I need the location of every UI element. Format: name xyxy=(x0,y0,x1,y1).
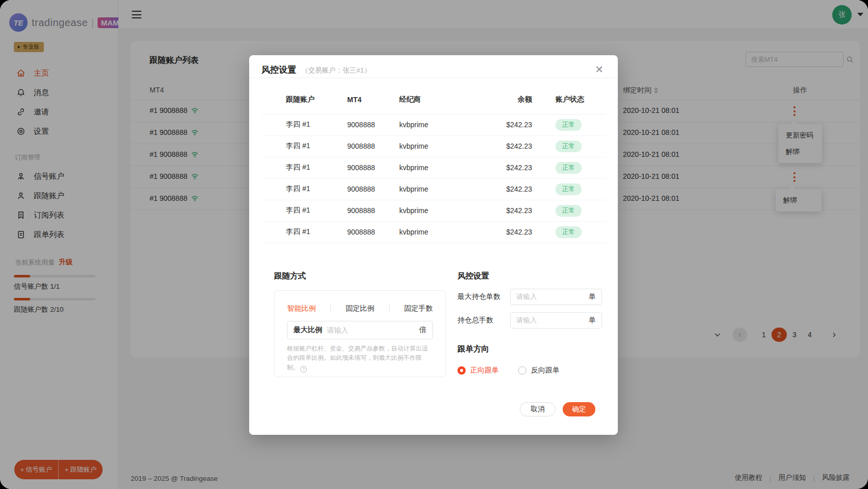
field-suffix: 单 xyxy=(589,292,596,301)
field-label: 最大比例 xyxy=(294,325,322,335)
risk-settings-modal: 风控设置 （交易账户：张三#1） ✕ 跟随账户 MT4 经纪商 余额 账户状态 … xyxy=(249,55,618,435)
follow-mode-hint: 根据账户杠杆、资金、交易产品参数，自动计算出适合的跟单比例。如此项未填写，则最大… xyxy=(287,344,433,373)
follower-cell: 李四 #1 xyxy=(282,221,339,243)
radio-label: 反向跟单 xyxy=(531,366,560,375)
mt4-cell: 9008888 xyxy=(339,178,399,200)
mt4-cell: 9008888 xyxy=(339,221,399,243)
column-header-mt4: MT4 xyxy=(339,85,399,114)
follower-table: 跟随账户 MT4 经纪商 余额 账户状态 李四 #1 9008888 kvbpr… xyxy=(261,85,606,243)
broker-cell: kvbprime xyxy=(399,200,476,221)
field-suffix: 倍 xyxy=(419,325,426,335)
max-ratio-field: 最大比例 倍 xyxy=(287,321,433,339)
mt4-cell: 9008888 xyxy=(339,157,399,178)
direction-options: 正向跟单 反向跟单 xyxy=(457,366,602,375)
balance-cell: $242.23 xyxy=(476,178,532,200)
close-icon[interactable]: ✕ xyxy=(591,62,608,77)
max-ratio-input[interactable] xyxy=(327,326,419,334)
risk-control-section: 风控设置 最大持仓单数 单 持仓总手数 单 跟单方向 xyxy=(457,271,602,377)
hint-text: 根据账户杠杆、资金、交易产品参数，自动计算出适合的跟单比例。如此项未填写，则最大… xyxy=(287,345,428,371)
follow-mode-section: 跟随方式 智能比例 固定比例 固定手数 最大比例 倍 根据账户杠杆、资金、交 xyxy=(274,271,446,377)
mt4-cell: 9008888 xyxy=(339,114,399,135)
section-title: 跟随方式 xyxy=(274,271,446,282)
mt4-cell: 9008888 xyxy=(339,200,399,221)
follower-cell: 李四 #1 xyxy=(282,178,339,200)
status-badge: 正常 xyxy=(556,119,582,131)
max-open-orders-input[interactable] xyxy=(516,293,589,300)
table-row: 李四 #1 9008888 kvbprime $242.23 正常 xyxy=(261,157,606,178)
mt4-cell: 9008888 xyxy=(339,135,399,157)
field-suffix: 单 xyxy=(589,316,596,325)
table-header-row: 跟随账户 MT4 经纪商 余额 账户状态 xyxy=(261,85,606,114)
radio-forward-follow[interactable]: 正向跟单 xyxy=(457,366,499,375)
total-lots-field: 持仓总手数 单 xyxy=(457,312,602,329)
field-label: 最大持仓单数 xyxy=(457,292,510,301)
status-badge: 正常 xyxy=(556,141,582,152)
broker-cell: kvbprime xyxy=(399,157,476,178)
modal-settings-sections: 跟随方式 智能比例 固定比例 固定手数 最大比例 倍 根据账户杠杆、资金、交 xyxy=(249,271,618,377)
broker-cell: kvbprime xyxy=(399,114,476,135)
status-badge: 正常 xyxy=(556,162,582,174)
section-title: 风控设置 xyxy=(457,271,602,282)
balance-cell: $242.23 xyxy=(476,221,532,243)
table-row: 李四 #1 9008888 kvbprime $242.23 正常 xyxy=(261,221,606,243)
total-lots-input[interactable] xyxy=(516,316,589,324)
status-badge: 正常 xyxy=(556,183,582,195)
table-row: 李四 #1 9008888 kvbprime $242.23 正常 xyxy=(261,135,606,157)
status-badge: 正常 xyxy=(556,205,582,217)
tab-fixed-lots[interactable]: 固定手数 xyxy=(404,304,433,313)
balance-cell: $242.23 xyxy=(476,135,532,157)
column-header-broker: 经纪商 xyxy=(399,85,476,114)
app-window: TE tradingease | MAM ♦ 专业版 主页 消息 xyxy=(0,0,868,489)
follower-cell: 李四 #1 xyxy=(282,157,339,178)
table-row: 李四 #1 9008888 kvbprime $242.23 正常 xyxy=(261,178,606,200)
modal-actions: 取消 确定 xyxy=(520,402,595,416)
balance-cell: $242.23 xyxy=(476,114,532,135)
broker-cell: kvbprime xyxy=(399,135,476,157)
direction-section-title: 跟单方向 xyxy=(457,344,602,355)
column-header-status: 账户状态 xyxy=(532,85,606,114)
modal-subtitle: （交易账户：张三#1） xyxy=(301,66,371,75)
radio-label: 正向跟单 xyxy=(470,366,499,375)
modal-title: 风控设置 xyxy=(261,64,296,76)
help-icon[interactable]: ? xyxy=(300,366,307,372)
table-row: 李四 #1 9008888 kvbprime $242.23 正常 xyxy=(261,114,606,135)
table-row: 李四 #1 9008888 kvbprime $242.23 正常 xyxy=(261,200,606,221)
field-label: 持仓总手数 xyxy=(457,316,510,325)
column-header-follower: 跟随账户 xyxy=(282,85,339,114)
max-open-orders-field: 最大持仓单数 单 xyxy=(457,289,602,305)
balance-cell: $242.23 xyxy=(476,200,532,221)
tab-fixed-ratio[interactable]: 固定比例 xyxy=(346,304,374,313)
follow-mode-card: 智能比例 固定比例 固定手数 最大比例 倍 根据账户杠杆、资金、交易产品参数，自… xyxy=(274,290,446,377)
radio-reverse-follow[interactable]: 反向跟单 xyxy=(518,366,560,375)
follower-cell: 李四 #1 xyxy=(282,135,339,157)
cancel-button[interactable]: 取消 xyxy=(520,402,556,416)
divider xyxy=(330,305,331,312)
broker-cell: kvbprime xyxy=(399,178,476,200)
follower-cell: 李四 #1 xyxy=(282,114,339,135)
modal-header: 风控设置 （交易账户：张三#1） xyxy=(249,55,618,78)
column-header-balance: 余额 xyxy=(476,85,532,114)
balance-cell: $242.23 xyxy=(476,157,532,178)
tab-smart-ratio[interactable]: 智能比例 xyxy=(287,304,316,313)
follow-mode-tabs: 智能比例 固定比例 固定手数 xyxy=(275,304,445,313)
follower-cell: 李四 #1 xyxy=(282,200,339,221)
confirm-button[interactable]: 确定 xyxy=(563,402,595,416)
divider xyxy=(389,305,390,312)
radio-icon xyxy=(457,366,466,375)
radio-icon xyxy=(518,366,526,375)
broker-cell: kvbprime xyxy=(399,221,476,243)
status-badge: 正常 xyxy=(556,226,582,238)
